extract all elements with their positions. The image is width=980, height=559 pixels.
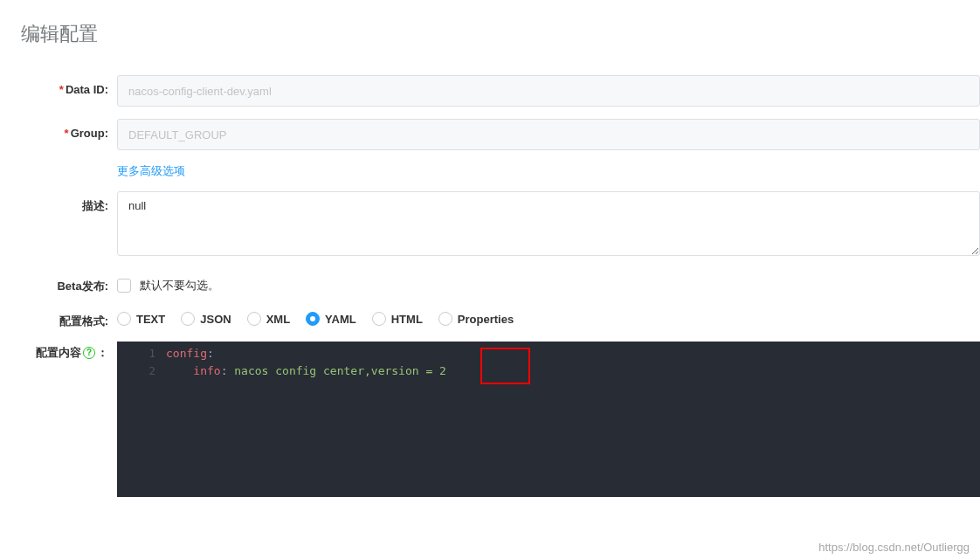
radio-label: XML xyxy=(266,313,290,326)
format-radio-html[interactable]: HTML xyxy=(372,312,423,326)
code-line: info: nacos config center,version = 2 xyxy=(166,362,446,380)
row-group: *Group: xyxy=(21,119,980,150)
format-radio-text[interactable]: TEXT xyxy=(117,312,165,326)
beta-checkbox[interactable] xyxy=(117,279,131,293)
radio-label: TEXT xyxy=(136,313,165,326)
description-textarea[interactable] xyxy=(117,191,980,256)
required-mark: * xyxy=(59,83,64,96)
format-radio-group: TEXTJSONXMLYAMLHTMLProperties xyxy=(117,307,980,326)
label-beta: Beta发布: xyxy=(21,272,117,294)
editor-gutter: 12 xyxy=(117,342,162,497)
row-data-id: *Data ID: xyxy=(21,75,980,107)
radio-label: YAML xyxy=(325,313,356,326)
data-id-input[interactable] xyxy=(117,75,980,107)
more-options-link[interactable]: 更多高级选项 xyxy=(117,164,185,177)
row-content: 配置内容 ? ： 12 config: info: nacos config c… xyxy=(21,342,980,497)
label-group: *Group: xyxy=(21,119,117,141)
label-description: 描述: xyxy=(21,191,117,214)
row-description: 描述: xyxy=(21,191,980,259)
row-more-options: 更多高级选项 xyxy=(21,162,980,179)
radio-icon xyxy=(372,312,386,326)
code-line: config: xyxy=(166,345,446,362)
content-code-editor[interactable]: 12 config: info: nacos config center,ver… xyxy=(117,342,980,497)
format-radio-yaml[interactable]: YAML xyxy=(306,312,356,326)
radio-icon xyxy=(438,312,452,326)
highlight-annotation xyxy=(480,348,530,384)
radio-label: JSON xyxy=(200,313,231,326)
format-radio-json[interactable]: JSON xyxy=(181,312,231,326)
radio-icon xyxy=(247,312,261,326)
radio-icon xyxy=(181,312,195,326)
group-input[interactable] xyxy=(117,119,980,150)
radio-label: HTML xyxy=(391,313,423,326)
required-mark: * xyxy=(65,127,69,140)
page-title: 编辑配置 xyxy=(21,21,980,47)
help-icon[interactable]: ? xyxy=(83,347,95,359)
radio-label: Properties xyxy=(458,313,514,326)
radio-icon xyxy=(306,312,320,326)
label-content: 配置内容 ? ： xyxy=(21,342,117,361)
row-beta: Beta发布: 默认不要勾选。 xyxy=(21,272,980,294)
label-format: 配置格式: xyxy=(21,307,117,329)
beta-hint: 默认不要勾选。 xyxy=(140,279,219,292)
label-data-id: *Data ID: xyxy=(21,75,117,98)
row-format: 配置格式: TEXTJSONXMLYAMLHTMLProperties xyxy=(21,307,980,329)
radio-icon xyxy=(117,312,131,326)
format-radio-properties[interactable]: Properties xyxy=(438,312,514,326)
editor-lines[interactable]: config: info: nacos config center,versio… xyxy=(162,342,446,497)
format-radio-xml[interactable]: XML xyxy=(247,312,290,326)
watermark: https://blog.csdn.net/Outliergg xyxy=(818,541,970,554)
